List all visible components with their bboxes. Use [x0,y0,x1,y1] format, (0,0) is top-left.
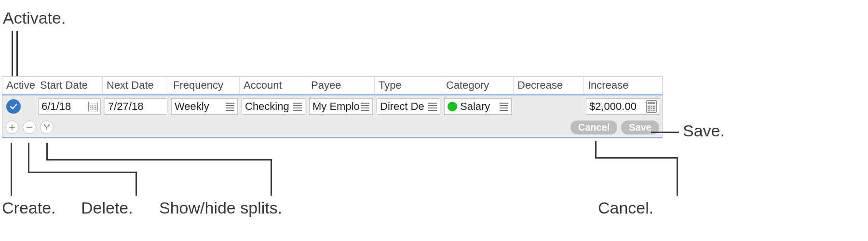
active-toggle[interactable] [6,99,21,114]
payee-value: My Emplo [312,100,360,113]
calendar-icon [88,101,98,112]
minus-icon [26,123,33,131]
splits-button[interactable] [40,120,54,134]
callout-line [11,143,12,196]
account-value: Checking [245,100,292,113]
list-icon [360,101,370,112]
list-icon [292,101,303,112]
increase-value: $2,000.00 [589,100,646,113]
start-date-value: 6/1/18 [41,100,88,113]
list-icon [225,101,235,112]
scheduled-transaction-panel: Active Start Date Next Date Frequency Ac… [2,76,663,138]
check-icon [9,102,18,111]
header-start-date: Start Date [36,77,103,94]
add-button[interactable] [5,120,19,134]
toolbar-row: Cancel Save [2,118,662,138]
next-date-field[interactable]: 7/27/18 [105,98,167,115]
column-header-row: Active Start Date Next Date Frequency Ac… [2,76,662,94]
svg-point-1 [48,124,50,126]
plus-icon [8,123,16,131]
callout-line [271,159,272,196]
split-icon [43,123,51,131]
frequency-field[interactable]: Weekly [171,98,238,115]
remove-button[interactable] [23,120,36,134]
calculator-icon [646,100,657,113]
callout-create: Create. [2,199,56,217]
svg-point-0 [44,124,45,126]
callout-line [28,172,137,173]
header-active: Active [2,77,36,94]
payee-field[interactable]: My Emplo [309,98,373,115]
callout-line [136,172,137,196]
frequency-value: Weekly [175,100,225,113]
callout-line [677,157,678,196]
callout-cancel: Cancel. [598,199,653,217]
type-field[interactable]: Direct De [377,98,440,115]
start-date-field[interactable]: 6/1/18 [38,98,101,115]
next-date-value: 7/27/18 [108,100,165,113]
category-field[interactable]: Salary [444,98,512,115]
header-frequency: Frequency [169,77,240,94]
increase-field[interactable]: $2,000.00 [586,98,659,115]
header-next-date: Next Date [103,77,169,94]
list-icon [499,101,509,112]
category-color-dot [448,102,457,111]
callout-line [28,143,29,172]
callout-activate: Activate. [3,9,66,27]
callout-splits: Show/hide splits. [159,199,282,217]
transaction-row: 6/1/18 7/27/18 Weekly Checking [2,94,662,118]
header-payee: Payee [307,77,375,94]
decrease-cell [514,97,584,116]
callout-line [651,132,679,133]
header-increase: Increase [584,77,661,94]
callout-delete: Delete. [81,199,133,217]
callout-line [595,157,678,159]
account-field[interactable]: Checking [242,98,305,115]
type-value: Direct De [380,100,427,113]
callout-line [595,141,597,157]
header-category: Category [442,77,514,94]
callout-line [46,143,48,159]
header-type: Type [375,77,442,94]
cancel-button[interactable]: Cancel [570,120,618,134]
callout-line [46,159,272,161]
callout-save: Save. [683,121,725,140]
list-icon [427,101,438,112]
header-account: Account [240,77,307,94]
category-value: Salary [460,100,499,113]
header-decrease: Decrease [514,77,584,94]
